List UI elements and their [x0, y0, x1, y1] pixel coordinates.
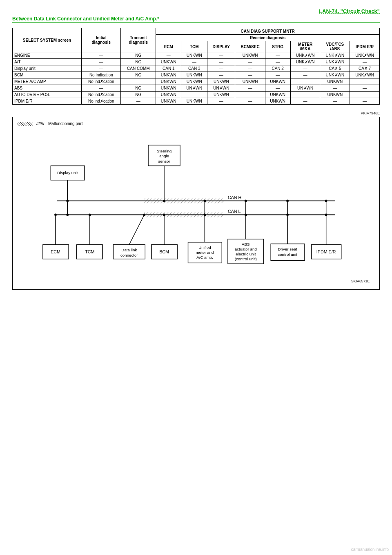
svg-text:angle: angle: [159, 154, 169, 158]
svg-point-8: [66, 214, 69, 216]
svg-text:ABS: ABS: [242, 242, 250, 246]
diagram-container: /////// : Malfunctioning part CAN H CAN …: [12, 117, 380, 290]
col-display: DISPLAY: [207, 41, 235, 52]
can-l-label: CAN L: [228, 209, 241, 214]
svg-point-23: [163, 214, 165, 216]
svg-text:sensor: sensor: [158, 159, 170, 163]
svg-rect-2: [144, 199, 224, 204]
svg-point-21: [143, 214, 145, 216]
can-h-label: CAN H: [228, 195, 241, 200]
col-vdc: VDC/TCS/ABS: [320, 41, 350, 52]
svg-text:(control unit): (control unit): [235, 257, 257, 261]
table-note: PKIA7946E: [12, 111, 380, 115]
col-ecm: ECM: [156, 41, 181, 52]
bcm-label: BCM: [159, 249, 169, 254]
display-unit-label: Display unit: [57, 170, 78, 175]
table-row: A/T—NGUNKWN————UNK✗WNUNK✗WN—: [13, 59, 380, 65]
table-row: METER A/C AMPNo ind✗cation—UNKWNUNKWNUNK…: [13, 78, 380, 85]
svg-text:Data link: Data link: [121, 248, 137, 252]
svg-text:actuator and: actuator and: [235, 247, 257, 251]
svg-text:control unit: control unit: [278, 252, 297, 257]
table-row: ABS—NGUNKWNUN✗WNUN✗WN——UN✗WN——: [13, 85, 380, 92]
col-header-transmit: Transmitdiagnosis: [121, 28, 156, 52]
can-diag-table: SELECT SYSTEM screen Initialdiagnosis Tr…: [12, 28, 380, 105]
table-row: AUTO DRIVE POS.No ind✗cationNGUNKWN—UNKW…: [13, 92, 380, 98]
col-ipdm: IPDM E/R: [350, 41, 380, 52]
table-row: Display unit—CAN COMMCAN 1CAN 3——CAN 2—C…: [13, 65, 380, 72]
diagram-note: SKIA6571E: [351, 279, 370, 283]
hatching-symbol: [17, 122, 33, 126]
svg-point-15: [54, 214, 57, 216]
col-header-can-diag: CAN DIAG SUPPORT MNTR: [156, 28, 380, 35]
legend-symbol: /////// :: [36, 121, 47, 126]
table-row: IPDM E/RNo ind✗cation—UNKWNUNKWN——UNKWN—…: [13, 98, 380, 105]
svg-text:A/C amp.: A/C amp.: [196, 255, 213, 260]
svg-text:Steering: Steering: [157, 149, 172, 153]
svg-text:connector: connector: [120, 253, 138, 257]
col-meter: METER/M&A: [290, 41, 320, 52]
svg-text:meter and: meter and: [196, 250, 214, 255]
ecm-label: ECM: [51, 249, 60, 254]
svg-rect-4: [144, 213, 224, 217]
page-title: LAN-74, "Circuit Check": [319, 8, 380, 14]
svg-text:Unified: Unified: [198, 245, 211, 250]
svg-point-13: [163, 199, 165, 202]
tcm-label: TCM: [85, 249, 94, 254]
col-header-initial: Initialdiagnosis: [82, 28, 121, 52]
col-tcm: TCM: [181, 41, 207, 52]
col-strg: STRG: [265, 41, 290, 52]
svg-text:electric unit: electric unit: [236, 252, 256, 256]
svg-text:Driver seat: Driver seat: [278, 247, 297, 251]
diagram-svg: CAN H CAN L Display unit Steering angle …: [17, 129, 375, 284]
table-row: BCMNo indicationNGUNKWNUNKWN————UNK✗WNUN…: [13, 72, 380, 78]
ipdm-label: IPDM E/R: [316, 249, 336, 254]
col-header-system: SELECT SYSTEM screen: [13, 28, 82, 52]
diagram-legend: /////// : Malfunctioning part: [17, 121, 375, 126]
col-bcmsec: BCM/SEC: [235, 41, 265, 52]
svg-line-20: [129, 215, 144, 244]
bottom-logo: carmanualonline.info: [351, 547, 389, 552]
page-title-container: LAN-74, "Circuit Check": [12, 8, 380, 14]
legend-text: Malfunctioning part: [48, 121, 83, 126]
col-header-receive: Receive diagnosis: [156, 35, 380, 41]
section-subtitle: Between Data Link Connector and Unified …: [12, 16, 380, 23]
table-row: ENGINE—NG—UNKWN—UNKWN—UNK✗WNUNK✗WNUNK✗WN: [13, 52, 380, 59]
svg-point-17: [89, 214, 91, 216]
